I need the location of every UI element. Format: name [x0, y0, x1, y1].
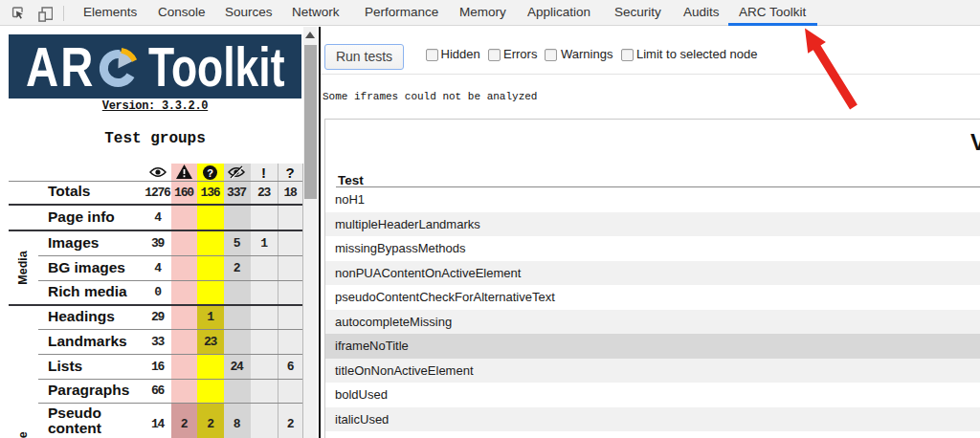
svg-text:?: ? [207, 166, 213, 178]
